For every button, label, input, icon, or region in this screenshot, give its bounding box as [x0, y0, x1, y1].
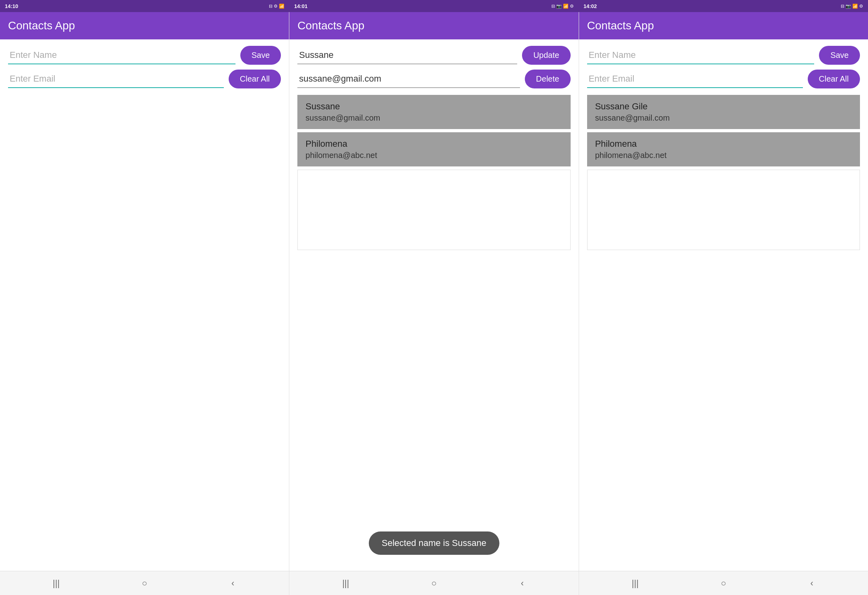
toast-message: Selected name is Sussane — [369, 531, 500, 555]
status-bars: 14:10 ⊟ ⚙ 📶 14:01 ⊟ 📷 📶 ⚙ 14:02 ⊟ 📷 📶 ⚙ — [0, 0, 868, 12]
form-area-3: Save Clear All — [579, 39, 868, 95]
bottom-navs: ||| ○ ‹ ||| ○ ‹ ||| ○ ‹ — [0, 571, 868, 595]
bottom-nav-2: ||| ○ ‹ — [289, 571, 579, 595]
menu-btn-1[interactable]: ||| — [46, 573, 66, 593]
contact-card-3-0[interactable]: Sussane Gile sussane@gmail.com — [587, 95, 860, 129]
screen-3: Contacts App Save Clear All Sussane Gile… — [579, 12, 868, 571]
screen-1: Contacts App Save Clear All — [0, 12, 289, 571]
icons-2: ⊟ 📷 📶 ⚙ — [551, 4, 574, 9]
save-button-3[interactable]: Save — [819, 46, 860, 65]
email-input-1[interactable] — [8, 70, 224, 88]
name-input-2[interactable] — [297, 47, 517, 64]
home-btn-3[interactable]: ○ — [713, 573, 733, 593]
contact-name-2-1: Philomena — [305, 139, 562, 149]
email-row-2: Delete — [297, 70, 570, 88]
app-header-2: Contacts App — [289, 12, 578, 39]
status-bar-1: 14:10 ⊟ ⚙ 📶 — [0, 0, 289, 12]
screen-2: Contacts App Update Delete Sussane sussa… — [289, 12, 579, 571]
contact-email-3-0: sussane@gmail.com — [595, 113, 852, 123]
save-button-1[interactable]: Save — [240, 46, 281, 65]
contact-card-3-1[interactable]: Philomena philomena@abc.net — [587, 132, 860, 166]
name-row-1: Save — [8, 46, 281, 65]
menu-btn-2[interactable]: ||| — [336, 573, 356, 593]
time-2: 14:01 — [294, 3, 307, 9]
contact-name-3-1: Philomena — [595, 139, 852, 149]
email-input-2[interactable] — [297, 70, 520, 88]
delete-button[interactable]: Delete — [525, 70, 571, 88]
empty-card-2 — [297, 170, 570, 250]
app-title-3: Contacts App — [587, 19, 860, 32]
icons-1: ⊟ ⚙ 📶 — [269, 4, 285, 9]
name-input-3[interactable] — [587, 47, 815, 64]
contacts-list-2: Sussane sussane@gmail.com Philomena phil… — [289, 95, 578, 253]
form-area-2: Update Delete — [289, 39, 578, 95]
contact-name-3-0: Sussane Gile — [595, 101, 852, 112]
contact-email-2-0: sussane@gmail.com — [305, 113, 562, 123]
status-bar-2: 14:01 ⊟ 📷 📶 ⚙ — [289, 0, 579, 12]
screens-container: Contacts App Save Clear All Contacts App… — [0, 12, 868, 571]
time-3: 14:02 — [583, 3, 597, 9]
app-title-2: Contacts App — [297, 19, 570, 32]
contact-name-2-0: Sussane — [305, 101, 562, 112]
back-btn-3[interactable]: ‹ — [802, 573, 822, 593]
time-1: 14:10 — [5, 3, 18, 9]
bottom-nav-1: ||| ○ ‹ — [0, 571, 289, 595]
email-row-3: Clear All — [587, 70, 860, 88]
update-button[interactable]: Update — [522, 46, 571, 65]
contacts-list-3: Sussane Gile sussane@gmail.com Philomena… — [579, 95, 868, 253]
back-btn-2[interactable]: ‹ — [512, 573, 532, 593]
clear-button-3[interactable]: Clear All — [808, 70, 860, 88]
menu-btn-3[interactable]: ||| — [625, 573, 645, 593]
status-bar-3: 14:02 ⊟ 📷 📶 ⚙ — [579, 0, 868, 12]
name-row-3: Save — [587, 46, 860, 65]
home-btn-2[interactable]: ○ — [424, 573, 444, 593]
email-row-1: Clear All — [8, 70, 281, 88]
clear-button-1[interactable]: Clear All — [229, 70, 281, 88]
name-input-1[interactable] — [8, 47, 235, 64]
toast-container: Selected name is Sussane — [369, 531, 500, 555]
app-header-1: Contacts App — [0, 12, 289, 39]
contact-email-2-1: philomena@abc.net — [305, 151, 562, 160]
app-title-1: Contacts App — [8, 19, 281, 32]
contact-card-2-0[interactable]: Sussane sussane@gmail.com — [297, 95, 570, 129]
app-header-3: Contacts App — [579, 12, 868, 39]
bottom-nav-3: ||| ○ ‹ — [579, 571, 868, 595]
contact-card-2-1[interactable]: Philomena philomena@abc.net — [297, 132, 570, 166]
home-btn-1[interactable]: ○ — [135, 573, 155, 593]
form-area-1: Save Clear All — [0, 39, 289, 95]
name-row-2: Update — [297, 46, 570, 65]
empty-card-3 — [587, 170, 860, 250]
email-input-3[interactable] — [587, 70, 803, 88]
contact-email-3-1: philomena@abc.net — [595, 151, 852, 160]
icons-3: ⊟ 📷 📶 ⚙ — [841, 4, 863, 9]
back-btn-1[interactable]: ‹ — [223, 573, 243, 593]
